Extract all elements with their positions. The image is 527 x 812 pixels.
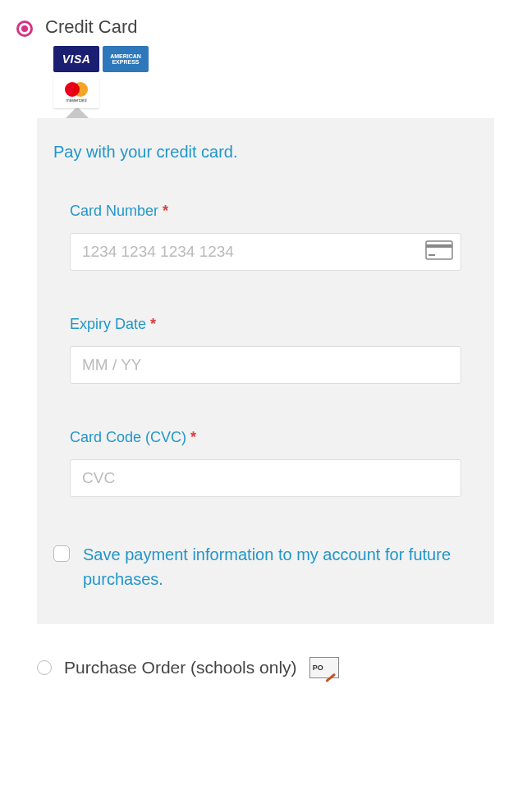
save-info-row: Save payment information to my account f… (53, 542, 478, 591)
save-info-label[interactable]: Save payment information to my account f… (83, 542, 478, 591)
payment-option-credit-card[interactable]: Credit Card (16, 16, 511, 38)
credit-card-panel: Pay with your credit card. Card Number *… (37, 118, 494, 624)
amex-icon: AMERICAN EXPRESS (103, 46, 149, 72)
required-icon: * (163, 203, 168, 219)
field-expiry: Expiry Date * (53, 316, 478, 384)
po-icon-text: PO (313, 664, 323, 672)
card-logos: VISA AMERICAN EXPRESS mastercard (53, 46, 160, 108)
mastercard-icon: mastercard (53, 75, 99, 108)
required-icon: * (150, 316, 156, 332)
svg-rect-0 (426, 241, 452, 259)
credit-card-icon (425, 240, 453, 263)
purchase-order-label: Purchase Order (schools only) (64, 658, 297, 677)
expiry-input[interactable] (70, 346, 461, 384)
card-number-input[interactable] (70, 233, 461, 271)
payment-option-purchase-order[interactable]: Purchase Order (schools only) PO (37, 657, 511, 678)
radio-credit-card[interactable] (16, 21, 33, 37)
expiry-label-text: Expiry Date (70, 316, 146, 332)
field-cvc: Card Code (CVC) * (53, 429, 478, 497)
radio-purchase-order[interactable] (37, 660, 52, 675)
field-card-number: Card Number * (53, 203, 478, 271)
mastercard-circles (65, 82, 88, 97)
radio-container (16, 21, 33, 37)
cvc-input[interactable] (70, 459, 461, 497)
amex-line2: EXPRESS (112, 59, 139, 65)
purchase-order-icon: PO (309, 657, 339, 678)
card-number-label: Card Number * (70, 203, 461, 220)
panel-arrow (66, 107, 511, 118)
svg-rect-1 (426, 244, 452, 248)
cvc-label: Card Code (CVC) * (70, 429, 461, 446)
card-number-label-text: Card Number (70, 203, 158, 219)
expiry-label: Expiry Date * (70, 316, 461, 333)
cvc-label-text: Card Code (CVC) (70, 429, 186, 445)
visa-icon: VISA (53, 46, 99, 72)
svg-rect-2 (428, 254, 435, 256)
pen-icon (325, 673, 336, 682)
save-info-checkbox[interactable] (53, 545, 70, 562)
amex-line1: AMERICAN (110, 53, 141, 59)
card-number-input-wrap (70, 233, 461, 271)
panel-subtitle: Pay with your credit card. (53, 143, 478, 162)
credit-card-label: Credit Card (45, 16, 137, 38)
required-icon: * (190, 429, 196, 445)
mastercard-text: mastercard (66, 98, 86, 103)
